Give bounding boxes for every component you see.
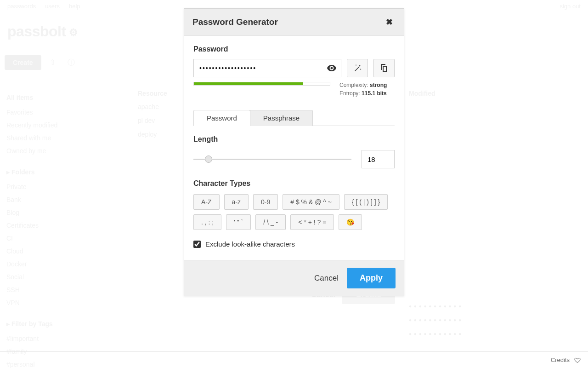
length-input[interactable] <box>362 150 395 168</box>
password-strength-meter <box>193 82 330 86</box>
app-logo: passbolt⚙ <box>7 23 78 40</box>
credits-link[interactable]: Credits <box>551 356 570 363</box>
chip-lowercase[interactable]: a-z <box>224 194 249 210</box>
chip-uppercase[interactable]: A-Z <box>193 194 220 210</box>
close-button[interactable]: ✖ <box>383 15 396 29</box>
upload-icon: ⇧ <box>46 56 60 69</box>
dialog-title: Password Generator <box>192 17 383 27</box>
eye-icon <box>327 65 336 71</box>
copy-icon <box>380 64 388 72</box>
heart-icon <box>574 357 581 363</box>
tab-passphrase[interactable]: Passphrase <box>250 110 313 126</box>
generated-password-input[interactable] <box>193 59 341 77</box>
chip-math[interactable]: < * + ! ? = <box>290 214 334 230</box>
cancel-button[interactable]: Cancel <box>314 274 339 283</box>
chip-emoji[interactable]: 😘 <box>339 214 362 230</box>
slider-track <box>193 159 351 160</box>
exclude-lookalike-row[interactable]: Exclude look-alike characters <box>193 240 395 248</box>
copy-button[interactable] <box>373 59 395 77</box>
page-footer: Credits <box>0 351 588 368</box>
chip-digits[interactable]: 0-9 <box>253 194 278 210</box>
password-field-label: Password <box>193 45 395 53</box>
complexity-readout: Complexity: strong Entropy: 115.1 bits <box>339 81 395 98</box>
bg-create-button: Create <box>5 55 41 70</box>
regenerate-button[interactable] <box>347 59 368 77</box>
topnav-help: help <box>69 3 80 10</box>
magic-wand-icon <box>353 64 362 72</box>
exclude-lookalike-label: Exclude look-alike characters <box>205 240 295 248</box>
tab-password[interactable]: Password <box>193 110 250 126</box>
topnav-signout: sign out <box>560 3 581 10</box>
chip-special[interactable]: # $ % & @ ^ ~ <box>283 194 339 210</box>
password-strength-fill <box>194 82 303 85</box>
dialog-footer: Cancel Apply <box>184 260 404 296</box>
close-icon: ✖ <box>386 17 393 27</box>
topnav-passwords: passwords <box>7 3 36 10</box>
exclude-lookalike-checkbox[interactable] <box>193 241 201 248</box>
bg-sidebar: All items Favorites Recently modified Sh… <box>6 83 117 368</box>
chip-brackets[interactable]: { [ ( | ) ] ] } <box>344 194 388 210</box>
generator-mode-tabs: Password Passphrase <box>193 109 395 126</box>
info-icon: ⓘ <box>64 56 78 69</box>
topnav-users: users <box>45 3 60 10</box>
chip-quotes[interactable]: ' " ` <box>226 214 251 230</box>
dialog-header: Password Generator ✖ <box>184 9 404 36</box>
bg-right-panel: Modified ● ● ● ● ● ● ● ● ● ● ● ● ● ● ● ●… <box>409 90 574 341</box>
password-generator-dialog: Password Generator ✖ Password <box>184 8 404 296</box>
length-slider[interactable] <box>193 155 351 164</box>
slider-thumb[interactable] <box>205 155 212 163</box>
apply-button[interactable]: Apply <box>347 268 396 288</box>
length-label: Length <box>193 135 395 144</box>
character-types-label: Character Types <box>193 179 395 188</box>
toggle-visibility-button[interactable] <box>325 61 339 75</box>
chip-slashes[interactable]: / \ _ - <box>255 214 286 230</box>
chip-punctuation[interactable]: . , : ; <box>193 214 221 230</box>
